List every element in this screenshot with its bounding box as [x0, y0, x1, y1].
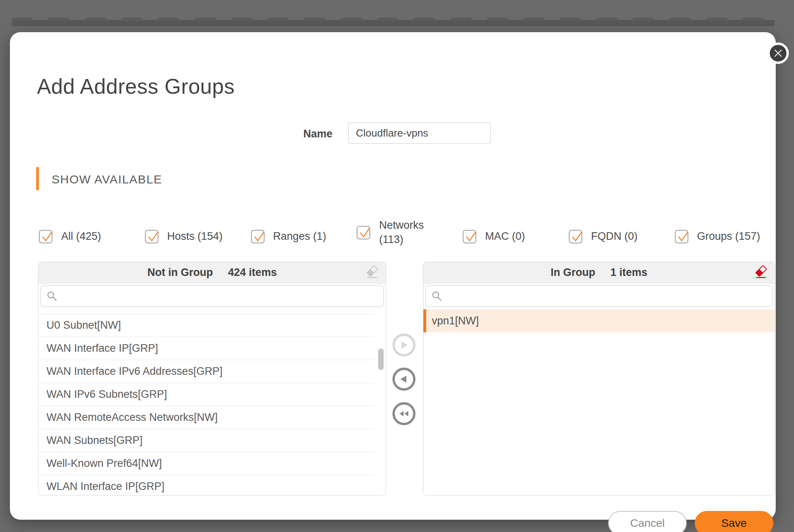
filter-mac[interactable]: MAC (0) [463, 230, 569, 243]
filter-label: All (425) [61, 230, 101, 243]
panel-count: 1 items [610, 266, 647, 279]
checkbox-mac[interactable] [463, 230, 476, 243]
panel-title: Not in Group [147, 266, 213, 279]
in-group-panel: In Group 1 items vpn1[NW] [423, 262, 775, 495]
filter-fqdn[interactable]: FQDN (0) [569, 230, 675, 243]
checkbox-hosts[interactable] [145, 230, 158, 243]
name-input[interactable] [348, 122, 491, 144]
clear-in-group-button[interactable] [753, 265, 769, 281]
section-title: SHOW AVAILABLE [52, 173, 162, 186]
arrow-right-icon [400, 341, 408, 349]
eraser-icon [365, 265, 379, 279]
list-item-selected[interactable]: vpn1[NW] [423, 309, 775, 332]
panel-count: 424 items [228, 266, 277, 279]
list-item[interactable]: WAN Interface IP[GRP] [39, 337, 374, 360]
move-all-left-button[interactable] [392, 402, 415, 425]
check-icon [570, 230, 583, 243]
filter-label: Ranges (1) [273, 230, 326, 243]
type-filter-row: All (425) Hosts (154) Ranges (1) Network… [39, 216, 790, 257]
not-in-group-search [41, 285, 384, 307]
scrollbar-thumb[interactable] [378, 349, 384, 370]
filter-label: FQDN (0) [591, 230, 638, 243]
not-in-group-panel: Not in Group 424 items U0 Subnet[NW] WAN… [38, 262, 386, 495]
filter-networks[interactable]: Networks (113) [357, 218, 463, 246]
check-icon [147, 230, 159, 243]
magnifier-icon [431, 291, 442, 302]
eraser-icon [754, 265, 768, 279]
check-icon [253, 230, 265, 243]
cancel-button[interactable]: Cancel [608, 511, 687, 532]
filter-label: Groups (157) [697, 230, 760, 243]
arrow-left-icon [400, 375, 408, 384]
name-label: Name [293, 128, 332, 140]
check-icon [41, 230, 53, 243]
section-accent-bar [36, 167, 39, 190]
checkbox-ranges[interactable] [251, 230, 265, 243]
filter-label: Hosts (154) [167, 230, 223, 243]
checkbox-all[interactable] [39, 230, 52, 243]
x-icon [773, 48, 783, 58]
partially-scrolled-row [39, 309, 374, 314]
dialog-title: Add Address Groups [37, 74, 235, 98]
dimmed-background-content [12, 20, 775, 26]
check-icon [464, 230, 477, 243]
checkbox-fqdn[interactable] [569, 230, 582, 243]
double-arrow-left-icon [398, 409, 410, 418]
not-in-group-header: Not in Group 424 items [39, 262, 386, 283]
list-item[interactable]: U0 Subnet[NW] [39, 314, 374, 337]
not-in-group-list: U0 Subnet[NW] WAN Interface IP[GRP] WAN … [39, 309, 386, 495]
panel-title: In Group [551, 266, 595, 279]
filter-groups[interactable]: Groups (157) [675, 230, 781, 243]
list-item[interactable]: WAN IPv6 Subnets[GRP] [39, 383, 374, 406]
filter-hosts[interactable]: Hosts (154) [145, 230, 251, 243]
in-group-list: vpn1[NW] [423, 309, 775, 332]
list-item[interactable]: Well-Known Pref64[NW] [39, 452, 374, 475]
move-left-button[interactable] [392, 368, 415, 391]
check-icon [676, 230, 689, 243]
move-right-button[interactable] [392, 333, 415, 357]
filter-all[interactable]: All (425) [39, 230, 145, 243]
clear-not-in-group-button[interactable] [364, 265, 380, 281]
magnifier-icon [46, 291, 58, 302]
list-item[interactable]: WLAN Interface IP[GRP] [39, 475, 374, 495]
in-group-header: In Group 1 items [423, 262, 775, 283]
checkbox-groups[interactable] [675, 230, 688, 243]
not-in-group-search-input[interactable] [41, 285, 384, 307]
list-item[interactable]: WAN Subnets[GRP] [39, 429, 374, 452]
list-item[interactable]: WAN Interface IPv6 Addresses[GRP] [39, 360, 374, 383]
in-group-search [425, 285, 773, 307]
filter-label: MAC (0) [485, 230, 525, 243]
screen: { "dialog": { "title": "Add Address Grou… [0, 0, 794, 532]
check-icon [358, 226, 371, 239]
close-button[interactable] [767, 42, 789, 64]
add-address-groups-dialog: Add Address Groups Name SHOW AVAILABLE A… [10, 32, 776, 520]
save-button[interactable]: Save [695, 511, 773, 532]
list-item[interactable]: WAN RemoteAccess Networks[NW] [39, 406, 374, 429]
in-group-search-input[interactable] [425, 285, 773, 307]
filter-ranges[interactable]: Ranges (1) [251, 230, 357, 243]
checkbox-networks[interactable] [357, 226, 370, 239]
filter-label: Networks (113) [379, 218, 430, 246]
